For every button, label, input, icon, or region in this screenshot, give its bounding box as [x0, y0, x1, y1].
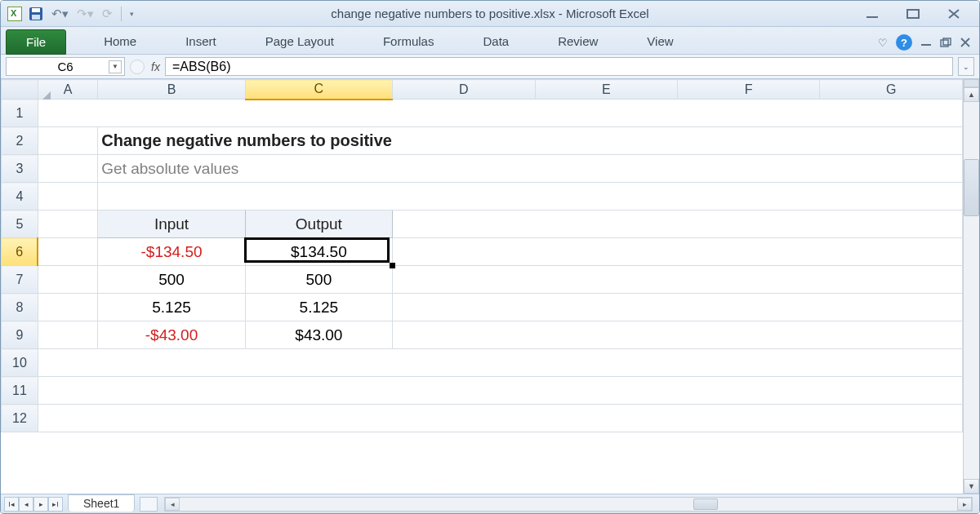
new-sheet-icon[interactable] — [140, 497, 158, 512]
row-header-10[interactable]: 10 — [2, 349, 38, 377]
close-button[interactable] — [947, 8, 964, 20]
cell-A5[interactable] — [38, 210, 97, 238]
row-header-3[interactable]: 3 — [2, 155, 38, 183]
file-tab[interactable]: File — [6, 29, 66, 55]
cell-B7[interactable]: 500 — [98, 266, 245, 294]
tab-formulas[interactable]: Formulas — [367, 29, 451, 54]
scroll-up-icon[interactable]: ▲ — [964, 87, 979, 102]
cell-subtitle[interactable]: Get absolute values — [98, 155, 963, 183]
cell-blank[interactable] — [38, 405, 962, 432]
tab-insert[interactable]: Insert — [169, 29, 233, 54]
tab-page-layout[interactable]: Page Layout — [249, 29, 350, 54]
tab-data[interactable]: Data — [466, 29, 525, 54]
select-all-corner[interactable] — [2, 80, 38, 100]
excel-app-icon[interactable] — [7, 7, 22, 21]
cell-blank[interactable] — [393, 321, 963, 349]
cell-title[interactable]: Change negative numbers to positive — [98, 127, 963, 155]
redo-icon[interactable]: ↷▾ — [77, 7, 94, 21]
col-header-C[interactable]: C — [245, 80, 392, 100]
cell-blank[interactable] — [393, 294, 963, 321]
name-box-value: C6 — [57, 60, 73, 73]
last-sheet-icon[interactable]: ▸I — [48, 497, 63, 512]
cell-B5[interactable]: Input — [98, 210, 245, 238]
cell-blank[interactable] — [38, 349, 962, 377]
scroll-right-icon[interactable]: ▸ — [957, 498, 972, 511]
help-icon[interactable]: ? — [896, 34, 912, 51]
vertical-scrollbar[interactable]: ▲ ▼ — [963, 79, 979, 494]
horizontal-scrollbar[interactable]: ◂ ▸ — [164, 497, 973, 512]
formula-bar[interactable]: =ABS(B6) — [165, 57, 953, 76]
maximize-button[interactable] — [906, 8, 924, 20]
cell-B8[interactable]: 5.125 — [98, 294, 245, 321]
row-header-8[interactable]: 8 — [2, 294, 38, 321]
hscroll-thumb[interactable] — [693, 498, 718, 510]
qat-customize-icon[interactable]: ▾ — [130, 10, 134, 18]
repeat-icon[interactable]: ⟳ — [102, 7, 113, 21]
cell-C7[interactable]: 500 — [245, 266, 392, 294]
workbook-close-icon[interactable] — [960, 38, 971, 47]
undo-icon[interactable]: ↶▾ — [51, 7, 69, 21]
cell-A6[interactable] — [38, 238, 97, 266]
cell-blank[interactable] — [38, 100, 962, 127]
cell-blank[interactable] — [393, 266, 963, 294]
fill-handle[interactable] — [390, 263, 395, 268]
first-sheet-icon[interactable]: I◂ — [4, 497, 19, 512]
split-box-icon[interactable] — [964, 79, 979, 87]
svg-rect-2 — [32, 15, 40, 20]
tab-review[interactable]: Review — [541, 29, 614, 54]
cell-C6[interactable]: $134.50 — [245, 238, 392, 266]
cell-blank[interactable] — [393, 210, 963, 238]
worksheet-grid[interactable]: A B C D E F G 1 2 Change negative numb — [1, 79, 963, 494]
tab-home[interactable]: Home — [87, 29, 153, 54]
col-header-F[interactable]: F — [677, 80, 819, 100]
tab-view[interactable]: View — [630, 29, 689, 54]
col-header-E[interactable]: E — [535, 80, 677, 100]
prev-sheet-icon[interactable]: ◂ — [19, 497, 33, 512]
cell-blank[interactable] — [98, 183, 963, 210]
sheet-tab-sheet1[interactable]: Sheet1 — [68, 494, 135, 512]
row-header-9[interactable]: 9 — [2, 321, 38, 349]
row-header-6[interactable]: 6 — [2, 238, 38, 266]
next-sheet-icon[interactable]: ▸ — [33, 497, 48, 512]
cell-C9[interactable]: $43.00 — [245, 321, 392, 349]
cancel-formula-icon[interactable] — [130, 60, 145, 74]
svg-rect-1 — [32, 8, 40, 12]
cell-A9[interactable] — [38, 321, 97, 349]
row-header-11[interactable]: 11 — [2, 377, 38, 405]
workbook-restore-icon[interactable] — [940, 38, 951, 47]
scroll-down-icon[interactable]: ▼ — [964, 479, 979, 494]
minimize-button[interactable] — [865, 8, 883, 20]
cell-A2[interactable] — [38, 127, 97, 155]
col-header-B[interactable]: B — [98, 80, 245, 100]
name-box[interactable]: C6 ▼ — [6, 57, 125, 76]
svg-rect-5 — [921, 44, 931, 46]
cell-B9[interactable]: -$43.00 — [98, 321, 245, 349]
cell-C5[interactable]: Output — [245, 210, 392, 238]
cell-blank[interactable] — [38, 377, 962, 405]
vscroll-thumb[interactable] — [964, 159, 979, 216]
row-header-1[interactable]: 1 — [2, 100, 38, 127]
save-icon[interactable] — [29, 7, 43, 21]
cell-A8[interactable] — [38, 294, 97, 321]
workbook-minimize-icon[interactable] — [920, 38, 932, 47]
ribbon-minimize-icon[interactable]: ♡ — [878, 37, 888, 49]
cell-A7[interactable] — [38, 266, 97, 294]
row-header-5[interactable]: 5 — [2, 210, 38, 238]
row-header-2[interactable]: 2 — [2, 127, 38, 155]
row-header-4[interactable]: 4 — [2, 183, 38, 210]
col-header-G[interactable]: G — [820, 80, 963, 100]
svg-rect-6 — [941, 40, 948, 47]
cell-A3[interactable] — [38, 155, 97, 183]
row-header-7[interactable]: 7 — [2, 266, 38, 294]
cell-C8[interactable]: 5.125 — [245, 294, 392, 321]
row-header-12[interactable]: 12 — [2, 405, 38, 432]
name-box-dropdown-icon[interactable]: ▼ — [109, 60, 122, 73]
cell-A4[interactable] — [38, 183, 97, 210]
col-header-D[interactable]: D — [393, 80, 536, 100]
fx-icon[interactable]: fx — [151, 60, 160, 73]
formula-bar-expand-icon[interactable]: ⌄ — [958, 57, 974, 76]
formula-bar-value: =ABS(B6) — [172, 60, 231, 74]
cell-B6[interactable]: -$134.50 — [98, 238, 245, 266]
scroll-left-icon[interactable]: ◂ — [165, 498, 180, 511]
cell-blank[interactable] — [393, 238, 963, 266]
